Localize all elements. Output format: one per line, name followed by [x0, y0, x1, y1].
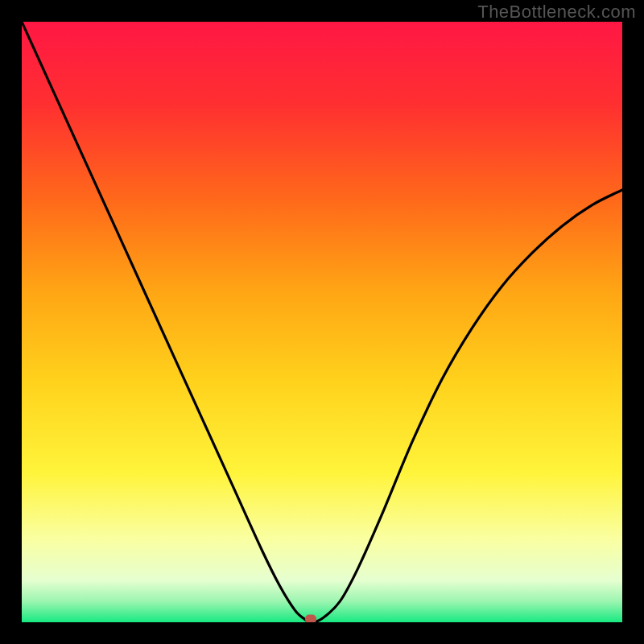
- optimum-marker: [305, 614, 316, 622]
- watermark-label: TheBottleneck.com: [477, 2, 636, 23]
- bottleneck-curve: [22, 22, 622, 622]
- plot-area: [22, 22, 622, 622]
- chart-frame: TheBottleneck.com: [0, 0, 644, 644]
